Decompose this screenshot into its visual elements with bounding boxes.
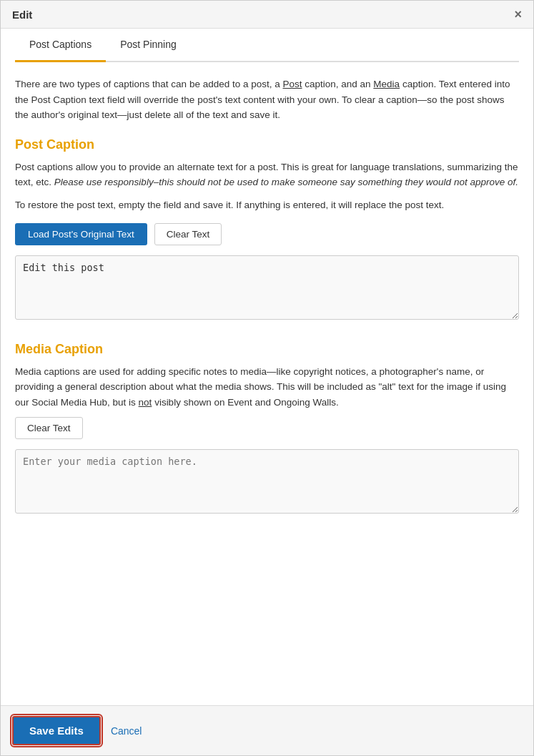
post-caption-clear-button[interactable]: Clear Text [154, 223, 222, 245]
media-caption-textarea[interactable] [15, 449, 519, 514]
modal-footer: Save Edits Cancel [1, 705, 533, 755]
tab-post-pinning[interactable]: Post Pinning [106, 29, 191, 62]
post-caption-desc2: To restore the post text, empty the fiel… [15, 197, 519, 213]
media-caption-section: Media Caption Media captions are used fo… [15, 342, 519, 534]
save-edits-button[interactable]: Save Edits [12, 716, 101, 745]
modal-body: Post Captions Post Pinning There are two… [1, 29, 533, 705]
modal: Edit × Post Captions Post Pinning There … [0, 0, 534, 756]
cancel-button[interactable]: Cancel [111, 725, 142, 737]
close-icon[interactable]: × [514, 8, 522, 21]
media-caption-button-row: Clear Text [15, 417, 519, 439]
media-caption-clear-button[interactable]: Clear Text [15, 417, 83, 439]
post-caption-textarea[interactable]: Edit this post [15, 255, 519, 320]
description-text: There are two types of captions that can… [15, 77, 519, 123]
post-caption-title: Post Caption [15, 137, 519, 152]
tab-post-captions[interactable]: Post Captions [15, 29, 106, 62]
post-caption-desc1: Post captions allow you to provide an al… [15, 159, 519, 190]
modal-header: Edit × [1, 1, 533, 29]
media-caption-desc: Media captions are used for adding speci… [15, 364, 519, 411]
media-caption-title: Media Caption [15, 342, 519, 357]
tabs: Post Captions Post Pinning [15, 29, 519, 62]
modal-title: Edit [12, 9, 32, 21]
post-caption-button-row: Load Post's Original Text Clear Text [15, 223, 519, 245]
load-original-text-button[interactable]: Load Post's Original Text [15, 223, 147, 245]
